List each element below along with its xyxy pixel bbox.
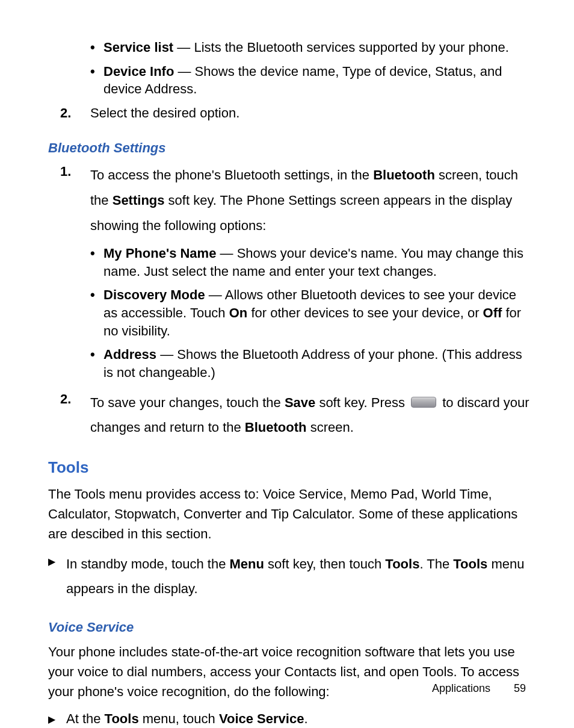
- list-item-text: Discovery Mode — Allows other Bluetooth …: [103, 286, 532, 340]
- numbered-step: 2. Select the desired option.: [48, 104, 532, 122]
- list-item: • My Phone's Name — Shows your device's …: [48, 244, 532, 280]
- numbered-step: 1. To access the phone's Bluetooth setti…: [48, 163, 532, 238]
- list-item-text: My Phone's Name — Shows your device's na…: [103, 244, 532, 280]
- list-item: • Address — Shows the Bluetooth Address …: [48, 346, 532, 381]
- subsection-heading: Bluetooth Settings: [48, 139, 532, 157]
- text: menu, touch: [139, 711, 219, 726]
- pointer-step: ▶ In standby mode, touch the Menu soft k…: [48, 552, 532, 601]
- list-item: • Device Info — Shows the device name, T…: [48, 63, 532, 98]
- list-item: • Discovery Mode — Allows other Bluetoot…: [48, 286, 532, 340]
- section-heading: Tools: [48, 457, 532, 478]
- step-text: To save your changes, touch the Save sof…: [90, 390, 532, 441]
- numbered-step: 2. To save your changes, touch the Save …: [48, 390, 532, 441]
- step-number: 2.: [60, 390, 90, 408]
- bold-term: On: [229, 305, 248, 320]
- bold-term: Tools: [453, 556, 487, 571]
- footer-section: Applications: [432, 682, 490, 694]
- term-desc: — Shows the Bluetooth Address of your ph…: [103, 347, 522, 380]
- text: soft key. Press: [315, 395, 409, 410]
- term-label: Address: [103, 347, 156, 362]
- bold-term: Bluetooth: [245, 420, 307, 435]
- step-text: To access the phone's Bluetooth settings…: [90, 163, 532, 238]
- list-item: • Service list — Lists the Bluetooth ser…: [48, 39, 532, 57]
- bold-term: Menu: [230, 556, 264, 571]
- text: . The: [419, 556, 453, 571]
- step-number: 2.: [60, 104, 90, 122]
- paragraph: The Tools menu provides access to: Voice…: [48, 484, 532, 544]
- document-page: • Service list — Lists the Bluetooth ser…: [0, 0, 574, 728]
- bullet-icon: •: [90, 286, 103, 304]
- bold-term: Settings: [113, 193, 165, 208]
- text: screen.: [307, 420, 354, 435]
- bullet-icon: •: [90, 346, 103, 364]
- bold-term: Save: [285, 395, 315, 410]
- step-text: In standby mode, touch the Menu soft key…: [66, 552, 532, 601]
- text: In standby mode, touch the: [66, 556, 230, 571]
- pointer-step: ▶ At the Tools menu, touch Voice Service…: [48, 710, 532, 728]
- bullet-icon: •: [90, 39, 103, 57]
- text: soft key, then touch: [264, 556, 385, 571]
- page-number: 59: [514, 681, 526, 695]
- bullet-icon: •: [90, 63, 103, 81]
- term-desc: — Lists the Bluetooth services supported…: [173, 40, 509, 55]
- text: At the: [66, 711, 105, 726]
- page-footer: Applications 59: [432, 681, 526, 695]
- arrow-icon: ▶: [48, 552, 66, 568]
- bold-term: Bluetooth: [373, 167, 435, 182]
- bold-term: Voice Service: [219, 711, 304, 726]
- text: .: [304, 711, 307, 726]
- subsection-heading: Voice Service: [48, 618, 532, 636]
- term-label: Discovery Mode: [103, 287, 205, 302]
- step-text: Select the desired option.: [90, 104, 532, 122]
- bold-term: Tools: [105, 711, 139, 726]
- arrow-icon: ▶: [48, 710, 66, 726]
- bold-term: Tools: [385, 556, 419, 571]
- text: To save your changes, touch the: [90, 395, 285, 410]
- bullet-icon: •: [90, 244, 103, 263]
- text: for other devices to see your device, or: [247, 305, 483, 320]
- bold-term: Off: [483, 305, 502, 320]
- term-label: Service list: [103, 40, 173, 55]
- text: To access the phone's Bluetooth settings…: [90, 167, 373, 182]
- list-item-text: Device Info — Shows the device name, Typ…: [103, 63, 532, 98]
- step-text: At the Tools menu, touch Voice Service.: [66, 710, 532, 728]
- list-item-text: Service list — Lists the Bluetooth servi…: [103, 39, 532, 57]
- list-item-text: Address — Shows the Bluetooth Address of…: [103, 346, 532, 381]
- hardware-key-icon: [411, 397, 436, 408]
- step-number: 1.: [60, 163, 90, 181]
- term-label: My Phone's Name: [103, 246, 216, 261]
- term-label: Device Info: [103, 64, 174, 79]
